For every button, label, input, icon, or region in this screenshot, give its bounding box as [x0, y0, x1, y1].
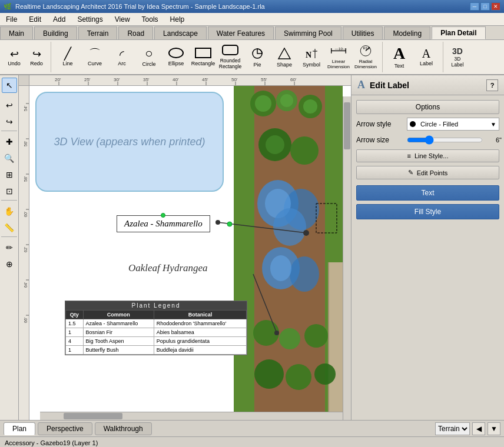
undo-button[interactable]: ↩ Undo	[4, 42, 25, 72]
svg-point-62	[253, 320, 279, 346]
line-tool-btn[interactable]: ╱ Line	[55, 42, 81, 72]
rectangle-tool-btn[interactable]: Rectangle	[190, 42, 216, 72]
menu-file[interactable]: File	[0, 14, 23, 25]
svg-point-53	[290, 136, 319, 165]
arrow-size-slider[interactable]	[407, 135, 483, 145]
svg-text:60': 60'	[290, 77, 297, 82]
edit-points-button[interactable]: ✎ Edit Points	[356, 166, 499, 179]
svg-point-71	[227, 222, 232, 226]
canvas-content: 3D View (appears when printed)	[29, 86, 351, 420]
tab-perspective[interactable]: Perspective	[38, 422, 92, 435]
window-controls[interactable]: ─ □ ✕	[470, 2, 500, 11]
zoom-in-btn[interactable]: ✚	[2, 134, 17, 149]
terrain-next-btn[interactable]: ▼	[488, 422, 500, 435]
arrow-style-select[interactable]: Circle - Filled ▼	[407, 118, 499, 131]
radial-dim-btn[interactable]: R10 RadialDimension	[353, 42, 379, 72]
tab-main[interactable]: Main	[0, 26, 33, 39]
terrain-prev-btn[interactable]: ◀	[472, 422, 485, 435]
label-azalea[interactable]: Azalea - Shammarello	[117, 215, 210, 232]
svg-point-60	[290, 256, 319, 292]
measure-btn[interactable]: 📏	[2, 220, 17, 235]
menu-tools[interactable]: Tools	[136, 14, 164, 25]
circle-tool-btn[interactable]: ○ Circle	[136, 42, 162, 72]
line-style-button[interactable]: ≡ Line Style...	[356, 149, 499, 162]
plants-svg	[234, 86, 343, 412]
3d-label-btn[interactable]: 3D 3DLabel	[447, 42, 468, 72]
tab-utilities[interactable]: Utilities	[343, 26, 383, 39]
3d-view-box: 3D View (appears when printed)	[35, 92, 224, 192]
zoom-fit-btn[interactable]: ⊡	[2, 184, 17, 199]
svg-text:62': 62'	[24, 247, 28, 252]
minimize-button[interactable]: ─	[470, 2, 479, 11]
tab-swimming[interactable]: Swimming Pool	[275, 26, 341, 39]
redo-label: Redo	[30, 61, 43, 66]
arrow-style-row: Arrow style Circle - Filled ▼	[356, 118, 499, 131]
curve-tool-btn[interactable]: ⌒ Curve	[82, 42, 108, 72]
label-tool-btn[interactable]: A Label	[413, 42, 439, 72]
menu-view[interactable]: View	[109, 14, 136, 25]
scroll-thumb-v[interactable]	[344, 102, 350, 149]
magnet-btn[interactable]: ⊕	[2, 256, 17, 272]
arrow-style-value: Circle - Filled	[420, 121, 488, 128]
eyedropper-btn[interactable]: ✏	[2, 240, 17, 255]
label-hydrangea: Oakleaf Hydrangea	[128, 262, 208, 274]
canvas-area: 20' 25' 30' 35' 40' 45' 50' 55'	[19, 75, 351, 420]
svg-text:40': 40'	[173, 77, 179, 82]
pie-tool-btn[interactable]: Pie	[244, 42, 270, 72]
menu-edit[interactable]: Edit	[23, 14, 47, 25]
terrain-dropdown[interactable]: Terrain	[435, 422, 470, 435]
tab-modeling[interactable]: Modeling	[384, 26, 430, 39]
options-button[interactable]: Options	[356, 100, 499, 114]
arrow-size-row: Arrow size 6"	[356, 135, 499, 145]
title-area: 🌿 Realtime Landscaping Architect 2016 Tr…	[4, 3, 265, 11]
close-button[interactable]: ✕	[491, 2, 500, 11]
window-title: Realtime Landscaping Architect 2016 Tria…	[15, 3, 265, 10]
svg-point-65	[254, 359, 284, 389]
zoom-out-btn[interactable]: 🔍	[2, 151, 17, 166]
line-style-icon: ≡	[407, 152, 411, 159]
app-icon: 🌿	[4, 3, 12, 11]
scrollbar-vertical[interactable]	[343, 96, 351, 420]
toolbar: ↩ Undo ↪ Redo ╱ Line ⌒ Curve ◜ Arc ○ Cir…	[0, 40, 504, 75]
scroll-thumb-h[interactable]	[64, 413, 122, 419]
help-button[interactable]: ?	[486, 79, 498, 91]
tab-road[interactable]: Road	[118, 26, 153, 39]
tab-building[interactable]: Building	[34, 26, 77, 39]
text-section-button[interactable]: Text	[356, 185, 499, 201]
maximize-button[interactable]: □	[480, 2, 490, 11]
menu-help[interactable]: Help	[164, 14, 191, 25]
panel-title-row: A Edit Label	[357, 79, 409, 91]
arc-tool-btn[interactable]: ◜ Arc	[109, 42, 135, 72]
shape-tool-btn[interactable]: Shape	[271, 42, 297, 72]
arrow-size-slider-container: 6"	[407, 135, 502, 145]
tab-walkthrough[interactable]: Walkthrough	[95, 422, 152, 435]
text-tool-btn[interactable]: A Text	[386, 42, 412, 72]
svg-point-49	[255, 95, 271, 112]
tab-plan-detail[interactable]: Plan Detail	[432, 26, 485, 39]
undo-icon: ↩	[10, 48, 19, 61]
svg-text:54': 54'	[24, 106, 28, 111]
redo-button[interactable]: ↪ Redo	[26, 42, 47, 72]
fill-style-button[interactable]: Fill Style	[356, 204, 499, 219]
scrollbar-horizontal[interactable]	[40, 412, 343, 420]
ellipse-tool-btn[interactable]: Ellipse	[163, 42, 189, 72]
label-handle-top[interactable]	[161, 213, 165, 218]
3d-view-text: 3D View (appears when printed)	[54, 136, 205, 148]
redo-icon: ↪	[32, 48, 41, 61]
symbol-tool-btn[interactable]: N Symbol	[299, 42, 324, 72]
tab-plan[interactable]: Plan	[4, 422, 35, 435]
undo-btn[interactable]: ↩	[2, 98, 17, 113]
tab-water[interactable]: Water Features	[208, 26, 274, 39]
linear-dim-btn[interactable]: —10— LinearDimension	[326, 42, 352, 72]
select-tool-btn[interactable]: ↖	[2, 78, 17, 93]
tab-landscape[interactable]: Landscape	[154, 26, 207, 39]
pan-btn[interactable]: ✋	[2, 204, 17, 219]
tab-terrain[interactable]: Terrain	[78, 26, 118, 39]
svg-point-63	[279, 328, 300, 349]
menu-settings[interactable]: Settings	[71, 14, 108, 25]
redo-btn[interactable]: ↪	[2, 114, 17, 129]
menu-add[interactable]: Add	[47, 14, 71, 25]
undo-label: Undo	[8, 61, 21, 66]
rounded-rect-tool-btn[interactable]: RoundedRectangle	[217, 42, 243, 72]
zoom-window-btn[interactable]: ⊞	[2, 167, 17, 182]
